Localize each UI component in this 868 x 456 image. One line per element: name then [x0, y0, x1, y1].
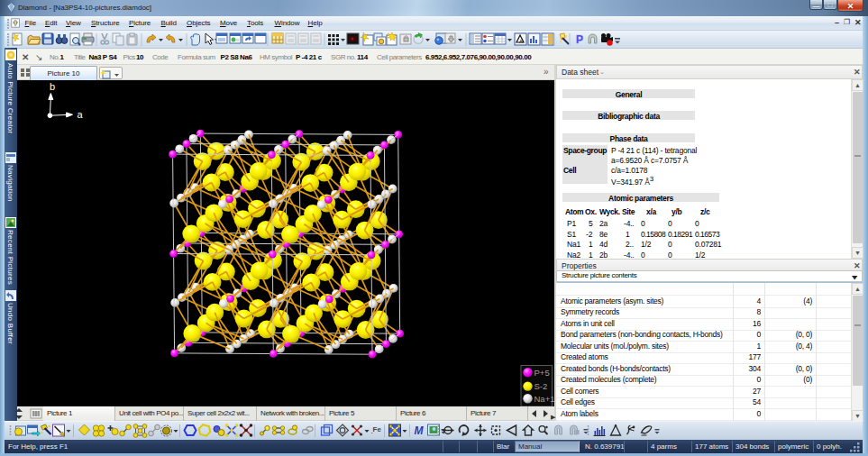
svg-text:a: a — [78, 109, 84, 120]
svg-text:Fe: Fe — [373, 425, 382, 433]
svg-text:A: A — [519, 39, 523, 44]
svg-text:Na+1: Na+1 — [535, 394, 555, 404]
svg-text:b: b — [50, 81, 55, 92]
svg-text:M: M — [415, 424, 425, 437]
svg-text:P+5: P+5 — [535, 368, 550, 378]
svg-text:S-2: S-2 — [535, 381, 548, 391]
svg-text:P: P — [576, 33, 583, 46]
